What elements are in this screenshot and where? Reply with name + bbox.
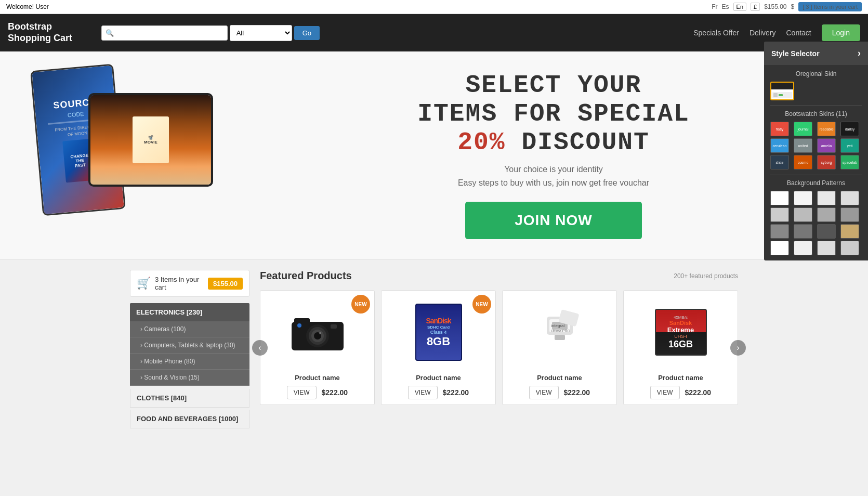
sdcard-capacity: 8GB — [427, 335, 450, 348]
product-actions: VIEW $222.00 — [387, 386, 490, 399]
bg-pattern-item[interactable] — [817, 224, 836, 239]
product-actions: VIEW $222.00 — [508, 386, 611, 399]
price-display: $155.00 — [764, 3, 786, 10]
original-skin-label: Oregional Skin — [770, 70, 862, 77]
bg-pattern-item[interactable] — [817, 241, 836, 255]
bg-pattern-item[interactable] — [817, 207, 836, 222]
cart-items-count: 3 Items in your cart — [155, 276, 208, 291]
carousel-next-button[interactable]: › — [730, 340, 746, 356]
lang-en[interactable]: En — [733, 3, 746, 11]
electronics-section: ELECTRONICS [230] Cameras (100) Computer… — [130, 303, 249, 386]
bg-pattern-item[interactable] — [770, 241, 789, 255]
discount-percent: 20% — [457, 128, 505, 156]
bg-pattern-item[interactable] — [770, 224, 789, 239]
sidebar-sound[interactable]: Sound & Vision (15) — [130, 370, 249, 385]
bg-pattern-item[interactable] — [817, 191, 836, 205]
style-panel: Style Selector › Oregional Skin Bootswat… — [764, 42, 868, 260]
hero-image: SOURCE CODE FROM THE DIRECTOROF MOON CHA… — [21, 67, 239, 244]
sdcard-brand: SanDisk — [426, 317, 451, 325]
lang-gbp[interactable]: £ — [751, 3, 760, 11]
cart-icon: 🛒 — [137, 277, 151, 290]
bg-pattern-item[interactable] — [770, 207, 789, 222]
bootswatch-item[interactable]: darkly — [840, 122, 859, 136]
nav-specials[interactable]: Specials Offer — [693, 29, 739, 37]
list-item: Sound & Vision (15) — [130, 370, 249, 386]
nav-contact[interactable]: Contact — [786, 29, 811, 37]
product-price: $222.00 — [685, 388, 712, 397]
category-select[interactable]: All Electronics Clothes Food — [230, 25, 292, 41]
brand-line1: Bootstrap — [8, 21, 52, 32]
bootswatch-item[interactable]: amelia — [817, 138, 836, 153]
login-button[interactable]: Login — [822, 24, 860, 41]
bg-pattern-item[interactable] — [794, 224, 812, 239]
hero-section: SOURCE CODE FROM THE DIRECTOROF MOON CHA… — [0, 51, 868, 259]
bg-pattern-item[interactable] — [840, 191, 859, 205]
product-image-usb: integral Ultima PRO — [508, 296, 611, 369]
camera-icon — [286, 309, 349, 356]
bg-pattern-item[interactable] — [840, 241, 859, 255]
search-input-wrap: 🔍 — [101, 25, 228, 41]
sidebar-mobile[interactable]: Mobile Phone (80) — [130, 354, 249, 369]
search-input[interactable] — [101, 25, 228, 41]
bootswatch-item[interactable]: readable — [817, 122, 836, 136]
nav-delivery[interactable]: Delivery — [749, 29, 776, 37]
bg-pattern-item[interactable] — [840, 224, 859, 239]
bootswatch-label: Bootswatch Skins (11) — [770, 110, 862, 118]
bootswatch-item[interactable]: united — [794, 138, 812, 153]
currency-symbol: $ — [791, 3, 795, 10]
extreme-brand: SanDisk — [669, 320, 692, 326]
product-price: $222.00 — [564, 388, 590, 397]
product-actions: VIEW $222.00 — [629, 386, 732, 399]
bg-pattern-item[interactable] — [794, 241, 812, 255]
bootswatch-item[interactable]: cosmo — [794, 155, 812, 169]
search-area: 🔍 All Electronics Clothes Food Go — [101, 25, 320, 41]
sidebar-computers[interactable]: Computers, Tablets & laptop (30) — [130, 337, 249, 353]
style-panel-header[interactable]: Style Selector › — [764, 42, 868, 65]
view-button[interactable]: VIEW — [287, 386, 317, 399]
list-item: Mobile Phone (80) — [130, 354, 249, 370]
sidebar-cameras[interactable]: Cameras (100) — [130, 321, 249, 337]
bg-pattern-item[interactable] — [770, 191, 789, 205]
lang-fr[interactable]: Fr — [712, 3, 717, 10]
product-name: Product name — [508, 374, 611, 382]
background-label: Background Patterns — [770, 179, 862, 187]
skin-preview-active[interactable] — [770, 82, 794, 100]
cart-summary: 🛒 3 Items in your cart $155.00 — [130, 270, 249, 297]
product-price: $222.00 — [443, 388, 469, 397]
cart-badge[interactable]: [ 3 ] Items in your cart — [798, 2, 862, 11]
bootswatch-item[interactable]: cyborg — [817, 155, 836, 169]
svg-text:integral: integral — [551, 323, 564, 328]
tablet-front: 📽️MOVIE — [88, 93, 213, 187]
carousel-prev-button[interactable]: ‹ — [252, 340, 268, 356]
product-name: Product name — [629, 374, 732, 382]
bg-pattern-item[interactable] — [840, 207, 859, 222]
cart-info: 🛒 3 Items in your cart — [137, 276, 208, 291]
bootswatch-item[interactable]: spacelab — [840, 155, 859, 169]
brand-line2: Shopping Cart — [8, 33, 72, 43]
view-button[interactable]: VIEW — [408, 386, 438, 399]
hero-subtitle: Your choice is your identity Easy steps … — [260, 163, 847, 189]
view-button[interactable]: VIEW — [650, 386, 680, 399]
product-card: 45MB/s SanDisk Extreme UHS-I 16GB Produc… — [623, 290, 738, 405]
bootswatch-item[interactable]: flatly — [770, 122, 789, 136]
bg-pattern-item[interactable] — [794, 207, 812, 222]
sidebar-cat-clothes[interactable]: CLOTHES [840] — [130, 389, 249, 408]
extreme-name: Extreme — [667, 326, 694, 334]
lang-es[interactable]: Es — [722, 3, 729, 10]
bootswatch-item[interactable]: journal — [794, 122, 812, 136]
discount-rest: DISCOUNT — [521, 128, 649, 156]
svg-text:Ultima PRO: Ultima PRO — [551, 329, 571, 333]
bootswatch-item[interactable]: slate — [770, 155, 789, 169]
sidebar-cat-food[interactable]: FOOD AND BEVERAGES [1000] — [130, 410, 249, 428]
tablet-illustration: SOURCE CODE FROM THE DIRECTOROF MOON CHA… — [31, 67, 229, 244]
sdcard-illustration: SanDisk SDHC Card Class 4 8GB — [415, 304, 462, 361]
bootswatch-item[interactable]: yeti — [840, 138, 859, 153]
join-button[interactable]: JOIN NOW — [465, 202, 642, 239]
view-button[interactable]: VIEW — [529, 386, 559, 399]
go-button[interactable]: Go — [294, 26, 320, 40]
navbar: Bootstrap Shopping Cart 🔍 All Electronic… — [0, 14, 868, 51]
sidebar-cat-electronics[interactable]: ELECTRONICS [230] — [130, 303, 249, 321]
bootswatch-item[interactable]: cerulean — [770, 138, 789, 153]
bg-pattern-item[interactable] — [794, 191, 812, 205]
svg-rect-7 — [331, 324, 337, 329]
